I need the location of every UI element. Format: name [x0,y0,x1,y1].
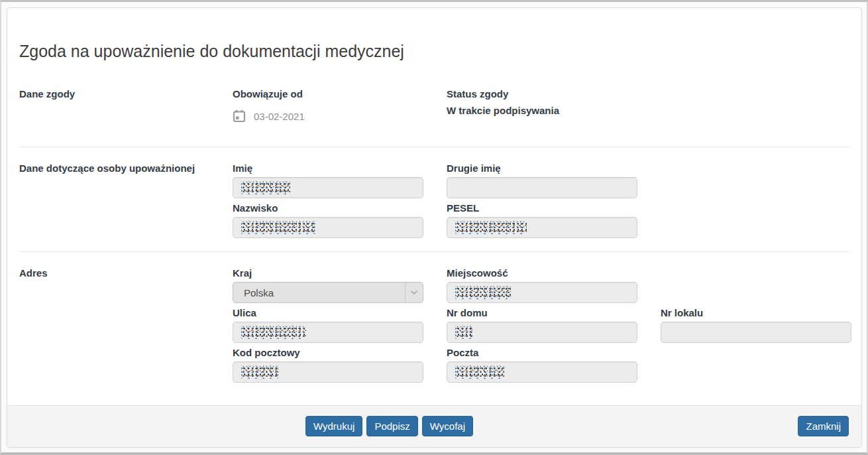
section-authorized-person-label: Dane dotyczące osoby upoważnionej [19,162,233,238]
withdraw-button[interactable]: Wycofaj [422,416,473,436]
section-consent-data: Dane zgody Obowiązuje od [19,88,849,147]
first-name-label: Imię [233,162,423,175]
redacted-value [455,221,527,234]
section-authorized-person: Dane dotyczące osoby upoważnionej Imię D… [19,147,849,252]
city-input[interactable] [447,282,637,303]
country-label: Kraj [233,267,423,280]
last-name-label: Nazwisko [233,202,423,215]
middle-name-label: Drugie imię [447,162,637,175]
field-country: Kraj Polska [233,267,423,303]
street-label: Ulica [233,306,423,320]
consent-card: Zgoda na upoważnienie do dokumentacji me… [7,7,862,448]
section-consent-data-label: Dane zgody [19,88,233,123]
postal-code-label: Kod pocztowy [233,346,423,359]
consent-status-label: Status zgody [447,88,637,101]
redacted-value [455,286,511,299]
field-first-name: Imię [233,162,423,198]
field-consent-status: Status zgody W trakcie podpisywania [447,88,637,123]
house-number-label: Nr domu [447,306,637,320]
sign-button[interactable]: Podpisz [366,416,417,436]
close-button[interactable]: Zamknij [798,416,849,436]
apartment-number-input[interactable] [661,322,851,343]
section-address: Adres Kraj Polska Miejscowość [19,252,849,399]
redacted-value [241,365,278,379]
redacted-value [455,326,472,339]
first-name-input[interactable] [233,177,423,198]
consent-status-value: W trakcie podpisywania [447,105,637,116]
redacted-value [455,365,504,379]
pesel-input[interactable] [447,217,637,238]
last-name-input[interactable] [233,217,423,238]
street-input[interactable] [233,322,423,343]
print-button[interactable]: Wydrukuj [305,416,362,436]
house-number-input[interactable] [447,322,637,343]
middle-name-input[interactable] [447,177,637,198]
country-selected-value: Polska [233,287,274,298]
redacted-value [241,326,306,339]
field-last-name: Nazwisko [233,202,423,238]
field-post-office: Poczta [447,346,637,383]
pesel-label: PESEL [447,202,637,215]
app-window: Zgoda na upoważnienie do dokumentacji me… [0,0,868,455]
calendar-icon [233,109,246,123]
valid-from-value: 03-02-2021 [254,111,305,122]
field-street: Ulica [233,306,423,343]
valid-from-label: Obowiązuje od [233,88,423,101]
field-middle-name: Drugie imię [447,162,637,198]
section-address-label: Adres [19,267,233,383]
country-select[interactable]: Polska [233,282,423,303]
field-apartment-number: Nr lokalu [661,306,851,343]
city-label: Miejscowość [447,267,637,280]
apartment-number-label: Nr lokalu [661,306,851,320]
field-pesel: PESEL [447,202,637,238]
redacted-value [241,221,315,234]
field-house-number: Nr domu [447,306,637,343]
post-office-label: Poczta [447,346,637,359]
postal-code-input[interactable] [233,361,423,383]
field-postal-code: Kod pocztowy [233,346,423,383]
footer-bar: Wydrukuj Podpisz Wycofaj Zamknij [7,405,861,447]
chevron-down-icon [405,283,423,302]
field-city: Miejscowość [447,267,637,303]
field-valid-from: Obowiązuje od 03-02-2021 [233,88,423,123]
post-office-input[interactable] [447,361,637,383]
page-title: Zgoda na upoważnienie do dokumentacji me… [19,41,849,61]
redacted-value [241,181,290,194]
footer-action-buttons: Wydrukuj Podpisz Wycofaj [305,416,473,436]
